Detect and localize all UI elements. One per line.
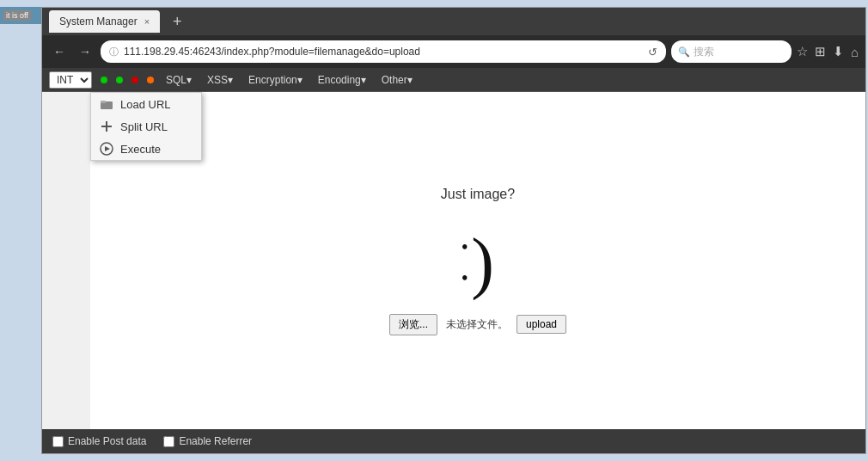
dot-orange-icon [147,77,154,83]
url-display: 111.198.29.45:46243/index.php?module=fil… [124,46,643,58]
home-icon[interactable]: ⌂ [851,45,859,59]
left-panel: it is off [0,7,41,454]
no-file-label: 未选择文件。 [446,317,508,332]
browser-tab[interactable]: System Manager × [49,10,160,33]
dropdown-menu: Load URL Split URL Execute [90,92,202,161]
forward-button[interactable]: → [75,43,95,60]
load-url-item[interactable]: Load URL [91,93,201,115]
smiley-face: • • ) [462,228,494,297]
new-tab-button[interactable]: + [167,11,187,32]
refresh-button[interactable]: ↺ [648,46,657,58]
tab-title: System Manager [59,15,138,28]
dot-green-icon [101,77,107,83]
xss-menu[interactable]: XSS▾ [204,72,236,88]
off-badge: it is off [3,10,31,21]
encryption-menu[interactable]: Encryption▾ [245,72,306,88]
split-url-label: Split URL [120,120,168,133]
execute-label: Execute [120,143,161,156]
toolbar-icons: ☆ ⊞ ⬇ ⌂ [797,44,859,59]
int-select[interactable]: INT [49,71,92,89]
search-wrapper[interactable]: 🔍 搜索 [671,40,792,63]
browser-window: System Manager × + ← → ⓘ 111.198.29.45:4… [41,7,866,454]
post-checkbox-input[interactable] [52,436,64,447]
back-button[interactable]: ← [49,43,70,60]
browse-button[interactable]: 浏览... [389,314,437,335]
security-icon: ⓘ [109,46,119,58]
bookmark-icon[interactable]: ☆ [797,44,808,59]
download-icon[interactable]: ⬇ [833,44,844,59]
file-upload-row: 浏览... 未选择文件。 upload [389,314,566,335]
enable-referrer-checkbox[interactable]: Enable Referrer [163,435,252,447]
dot-green2-icon [116,77,123,83]
title-bar: System Manager × + [42,8,865,35]
enable-post-label: Enable Post data [68,435,146,447]
encoding-menu[interactable]: Encoding▾ [315,72,370,88]
svg-rect-1 [101,101,106,103]
svg-marker-5 [105,146,110,151]
search-icon: 🔍 [678,46,690,58]
enable-referrer-label: Enable Referrer [179,435,252,447]
split-url-icon [100,120,113,133]
left-panel-top: it is off [0,7,41,24]
page-heading: Just image? [441,187,515,202]
home-save-icon[interactable]: ⊞ [815,44,826,59]
execute-icon [100,142,113,156]
referrer-checkbox-input[interactable] [163,436,174,447]
enable-post-checkbox[interactable]: Enable Post data [52,435,146,447]
other-menu[interactable]: Other▾ [378,72,416,88]
sql-menu[interactable]: SQL▾ [162,72,195,88]
upload-button[interactable]: upload [517,315,566,334]
execute-item[interactable]: Execute [91,138,201,160]
address-input-wrapper[interactable]: ⓘ 111.198.29.45:46243/index.php?module=f… [101,40,666,63]
address-bar: ← → ⓘ 111.198.29.45:46243/index.php?modu… [42,35,865,68]
main-content: Just image? • • ) 浏览... 未选择文件。 upload [90,92,865,429]
tab-close-button[interactable]: × [144,16,150,27]
dot-red-icon [131,77,138,83]
load-url-label: Load URL [120,98,171,111]
split-url-item[interactable]: Split URL [91,115,201,138]
status-bar: Enable Post data Enable Referrer [42,429,865,453]
search-placeholder: 搜索 [694,45,714,59]
ext-toolbar: INT SQL▾ XSS▾ Encryption▾ Encoding▾ Othe… [42,68,865,92]
load-url-icon [100,97,113,111]
